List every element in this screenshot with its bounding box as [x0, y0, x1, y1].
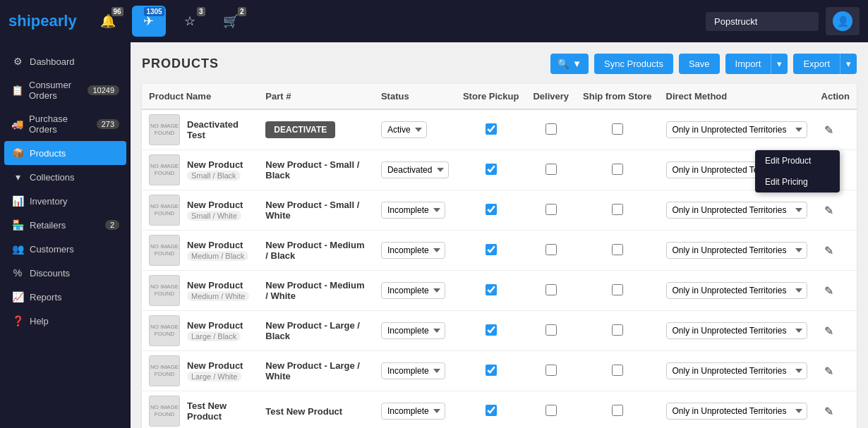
store-pickup-checkbox[interactable]	[486, 365, 497, 376]
store-pickup-cell[interactable]	[456, 351, 526, 391]
sidebar-item-collections[interactable]: ▾ Collections	[0, 165, 131, 189]
status-select[interactable]: Incomplete	[381, 242, 445, 259]
ship-from-store-checkbox[interactable]	[612, 405, 623, 416]
store-pickup-cell[interactable]	[456, 150, 526, 190]
delivery-cell[interactable]	[526, 109, 576, 150]
sidebar-item-purchase-orders[interactable]: 🚚 Purchase Orders 273	[0, 107, 131, 141]
delivery-checkbox[interactable]	[545, 405, 557, 416]
status-select[interactable]: Incomplete	[381, 322, 445, 339]
action-cell[interactable]: ✎	[814, 109, 857, 150]
direct-method-select[interactable]: Only in Unprotected Territories	[666, 322, 807, 339]
action-cell[interactable]: ✎	[814, 311, 857, 351]
status-select[interactable]: Active	[381, 121, 427, 138]
store-pickup-cell[interactable]	[456, 190, 526, 231]
sidebar-item-help[interactable]: ❓ Help	[0, 309, 131, 333]
direct-method-cell[interactable]: Only in Unprotected Territories	[659, 190, 814, 231]
status-select[interactable]: Deactivated	[381, 161, 449, 178]
delivery-checkbox[interactable]	[545, 123, 557, 135]
direct-method-select[interactable]: Only in Unprotected Territories	[666, 242, 807, 259]
status-select[interactable]: Incomplete	[381, 202, 445, 219]
user-menu[interactable]: 👤	[826, 7, 860, 35]
store-pickup-cell[interactable]	[456, 271, 526, 311]
direct-method-cell[interactable]: Only in Unprotected Territories	[659, 311, 814, 351]
sync-products-button[interactable]: Sync Products	[594, 54, 673, 74]
sidebar-item-consumer-orders[interactable]: 📋 Consumer Orders 10249	[0, 73, 131, 107]
status-select[interactable]: Incomplete	[381, 403, 445, 420]
edit-button[interactable]: ✎	[821, 323, 836, 339]
ship-from-store-cell[interactable]	[576, 271, 659, 311]
import-button[interactable]: Import	[725, 54, 771, 74]
status-cell[interactable]: Active	[374, 109, 456, 150]
action-cell[interactable]: ✎	[814, 271, 857, 311]
edit-pricing-option[interactable]: Edit Pricing	[755, 171, 840, 192]
store-pickup-cell[interactable]	[456, 109, 526, 150]
deactivate-button[interactable]: DEACTIVATE	[265, 121, 335, 138]
action-cell[interactable]: ✎	[814, 391, 857, 429]
direct-method-cell[interactable]: Only in Unprotected Territories	[659, 231, 814, 271]
store-pickup-checkbox[interactable]	[486, 123, 497, 135]
delivery-cell[interactable]	[526, 190, 576, 231]
delivery-checkbox[interactable]	[545, 365, 557, 376]
store-pickup-checkbox[interactable]	[486, 164, 497, 175]
favorites-icon-btn[interactable]: ☆ 3	[173, 6, 207, 37]
ship-from-store-cell[interactable]	[576, 391, 659, 429]
notifications-icon-btn[interactable]: 🔔 96	[91, 6, 125, 37]
store-pickup-checkbox[interactable]	[486, 204, 497, 215]
ship-from-store-checkbox[interactable]	[612, 324, 623, 336]
status-select[interactable]: Incomplete	[381, 282, 445, 299]
store-pickup-cell[interactable]	[456, 391, 526, 429]
search-filter-button[interactable]: 🔍 ▼	[550, 54, 589, 74]
store-pickup-checkbox[interactable]	[486, 324, 497, 336]
sidebar-item-dashboard[interactable]: ⚙ Dashboard	[0, 49, 131, 73]
action-cell[interactable]: ✎ Edit Product Edit Pricing	[814, 150, 857, 190]
store-pickup-cell[interactable]	[456, 231, 526, 271]
cart-icon-btn[interactable]: 🛒 2	[214, 6, 248, 37]
ship-from-store-cell[interactable]	[576, 311, 659, 351]
status-cell[interactable]: Incomplete	[374, 351, 456, 391]
direct-method-select[interactable]: Only in Unprotected Territories	[666, 403, 807, 420]
status-cell[interactable]: Incomplete	[374, 311, 456, 351]
import-arrow[interactable]: ▾	[771, 54, 788, 74]
ship-from-store-checkbox[interactable]	[612, 365, 623, 376]
ship-from-store-cell[interactable]	[576, 109, 659, 150]
export-button[interactable]: Export	[793, 54, 840, 74]
sidebar-item-retailers[interactable]: 🏪 Retailers 2	[0, 213, 131, 237]
sidebar-item-reports[interactable]: 📈 Reports	[0, 285, 131, 309]
delivery-cell[interactable]	[526, 231, 576, 271]
direct-method-select[interactable]: Only in Unprotected Territories	[666, 282, 807, 299]
direct-method-cell[interactable]: Only in Unprotected Territories	[659, 351, 814, 391]
edit-button[interactable]: ✎	[821, 283, 836, 299]
edit-product-option[interactable]: Edit Product	[755, 150, 840, 171]
delivery-cell[interactable]	[526, 271, 576, 311]
store-pickup-checkbox[interactable]	[486, 284, 497, 295]
edit-button[interactable]: ✎	[821, 363, 836, 379]
edit-button[interactable]: ✎	[821, 403, 836, 420]
status-cell[interactable]: Incomplete	[374, 190, 456, 231]
delivery-cell[interactable]	[526, 150, 576, 190]
edit-button[interactable]: ✎	[821, 122, 836, 138]
store-pickup-checkbox[interactable]	[486, 405, 497, 416]
delivery-checkbox[interactable]	[545, 284, 557, 295]
delivery-checkbox[interactable]	[545, 164, 557, 175]
action-cell[interactable]: ✎	[814, 231, 857, 271]
ship-from-store-checkbox[interactable]	[612, 204, 623, 215]
action-cell[interactable]: ✎	[814, 190, 857, 231]
ship-from-store-cell[interactable]	[576, 351, 659, 391]
delivery-cell[interactable]	[526, 391, 576, 429]
direct-method-cell[interactable]: Only in Unprotected Territories	[659, 271, 814, 311]
ship-from-store-checkbox[interactable]	[612, 284, 623, 295]
store-pickup-cell[interactable]	[456, 311, 526, 351]
status-select[interactable]: Incomplete	[381, 362, 445, 379]
status-cell[interactable]: Incomplete	[374, 391, 456, 429]
ship-from-store-checkbox[interactable]	[612, 164, 623, 175]
edit-button[interactable]: ✎	[821, 243, 836, 259]
sidebar-item-inventory[interactable]: 📊 Inventory	[0, 189, 131, 213]
status-cell[interactable]: Deactivated	[374, 150, 456, 190]
direct-method-select[interactable]: Only in Unprotected Territories	[666, 121, 807, 138]
store-search-input[interactable]	[706, 12, 819, 31]
delivery-cell[interactable]	[526, 311, 576, 351]
direct-method-select[interactable]: Only in Unprotected Territories	[666, 202, 807, 219]
store-pickup-checkbox[interactable]	[486, 244, 497, 255]
sidebar-item-discounts[interactable]: % Discounts	[0, 261, 131, 285]
delivery-cell[interactable]	[526, 351, 576, 391]
